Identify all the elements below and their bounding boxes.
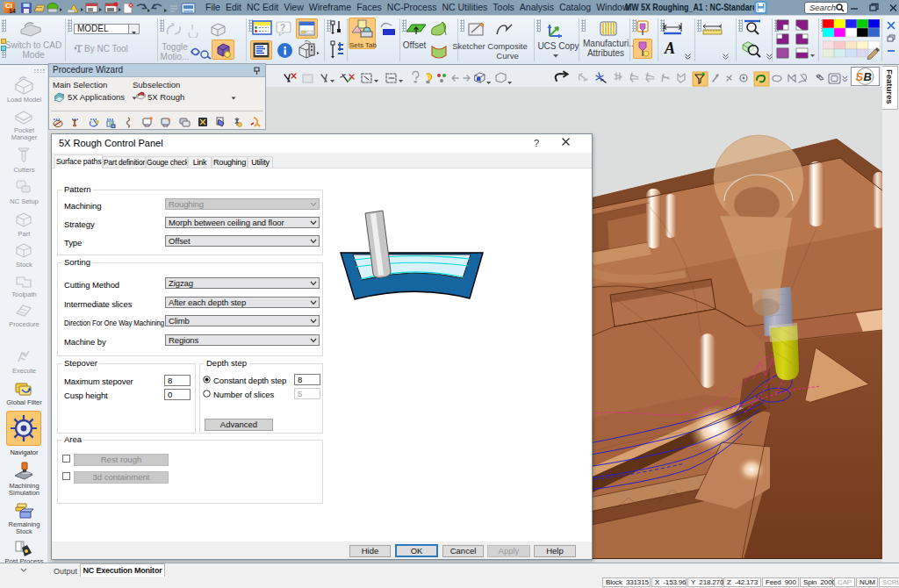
svg-text:B: B	[864, 70, 872, 83]
svg-text:S: S	[856, 70, 864, 83]
svg-text:?: ?	[280, 23, 285, 32]
